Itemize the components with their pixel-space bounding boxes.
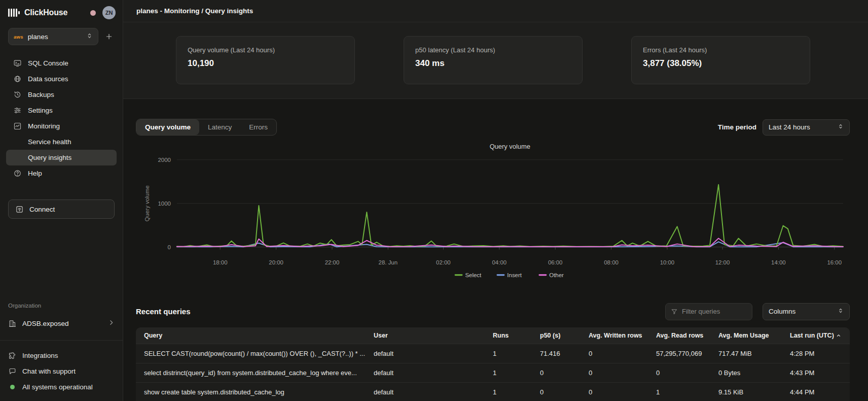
sidebar-item-query-insights[interactable]: Query insights [6, 150, 117, 165]
tab-latency[interactable]: Latency [199, 119, 240, 135]
x-tick-label: 20:00 [269, 259, 283, 265]
legend-label: Other [549, 272, 564, 278]
query-volume-chart: Query volumeQuery volume01000200018:0020… [123, 137, 868, 283]
sidebar-item-backups[interactable]: Backups [6, 87, 117, 103]
cell-p50: 71.416 [540, 350, 589, 357]
table-row[interactable]: show create table system.distributed_cac… [136, 382, 850, 401]
notification-dot [90, 10, 96, 16]
card-value: 3,877 (38.05%) [643, 58, 799, 69]
x-tick-label: 06:00 [548, 259, 563, 265]
chart-ylabel: Query volume [144, 185, 150, 221]
chevron-right-icon [108, 319, 115, 327]
sidebar-item-data-sources[interactable]: Data sources [6, 71, 117, 87]
table-row[interactable]: SELECT CAST(round(pow(count() / max(coun… [136, 344, 850, 363]
column-header-avg-written[interactable]: Avg. Written rows [589, 332, 656, 339]
time-period-label: Time period [718, 123, 756, 131]
cell-user: default [374, 369, 493, 377]
sidebar-item-label: Settings [28, 107, 53, 114]
y-tick-label: 2000 [158, 156, 170, 162]
tab-errors[interactable]: Errors [240, 119, 276, 135]
sidebar: ClickHouse ZN aws planes SQL Console [0, 0, 123, 401]
legend-item-other[interactable]: Other [538, 272, 564, 278]
chart-tabs: Query volume Latency Errors [136, 119, 277, 136]
column-header-p50[interactable]: p50 (s) [540, 332, 589, 339]
clickhouse-logo-icon [8, 8, 20, 17]
page-title: planes - Monitoring / Query insights [136, 7, 253, 15]
x-tick-label: 02:00 [436, 259, 451, 265]
sidebar-item-label: Chat with support [22, 367, 76, 375]
sidebar-item-label: Data sources [28, 75, 68, 83]
app-root: ClickHouse ZN aws planes SQL Console [0, 0, 868, 401]
card-label: Errors (Last 24 hours) [643, 46, 799, 54]
topbar: planes - Monitoring / Query insights [123, 0, 868, 22]
service-selector[interactable]: aws planes [8, 28, 98, 45]
column-header-avg-read[interactable]: Avg. Read rows [656, 332, 718, 339]
column-header-user[interactable]: User [374, 332, 493, 339]
status-ok-icon [8, 383, 17, 391]
card-value: 10,190 [188, 58, 343, 69]
service-name: planes [28, 33, 82, 41]
recent-queries-controls: Columns [665, 303, 850, 320]
monitoring-chart-icon [13, 122, 22, 130]
series-line-select [177, 184, 843, 246]
connect-button[interactable]: Connect [8, 199, 115, 219]
sidebar-item-service-health[interactable]: Service health [6, 134, 117, 150]
cell-p50: 0 [540, 388, 589, 396]
cell-query: select distrinct(query_id) from system.d… [136, 369, 374, 377]
system-status-item[interactable]: All systems operational [8, 379, 115, 395]
card-query-volume: Query volume (Last 24 hours) 10,190 [176, 36, 355, 84]
sidebar-item-label: Monitoring [28, 122, 60, 130]
cell-runs: 1 [493, 388, 540, 396]
organization-name: ADSB.exposed [22, 320, 69, 327]
chevron-updown-icon [838, 308, 844, 315]
cell-last-run: 4:43 PM [790, 369, 850, 377]
legend-item-select[interactable]: Select [455, 272, 482, 278]
cell-last-run: 4:44 PM [790, 388, 850, 396]
column-header-last-run[interactable]: Last run (UTC) [790, 332, 850, 339]
chevron-updown-icon [86, 32, 93, 41]
avatar[interactable]: ZN [102, 6, 116, 19]
sidebar-item-sql-console[interactable]: SQL Console [6, 55, 117, 71]
metric-cards-strip: Query volume (Last 24 hours) 10,190 p50 … [123, 22, 868, 99]
legend-label: Insert [507, 272, 522, 278]
sidebar-item-help[interactable]: Help [6, 165, 117, 181]
time-period-wrap: Time period Last 24 hours [718, 119, 850, 136]
sidebar-item-label: Integrations [22, 352, 58, 359]
sidebar-item-label: Service health [28, 138, 71, 146]
filter-queries-box [665, 303, 752, 320]
legend-label: Select [465, 272, 482, 278]
aws-icon: aws [14, 34, 23, 40]
column-header-query[interactable]: Query [136, 332, 374, 339]
x-tick-label: 04:00 [492, 259, 507, 265]
x-tick-label: 28. Jun [379, 259, 397, 265]
cell-query: SELECT CAST(round(pow(count() / max(coun… [136, 350, 374, 357]
sidebar-item-chat-support[interactable]: Chat with support [8, 363, 115, 379]
help-icon [13, 169, 22, 178]
table-row[interactable]: select distrinct(query_id) from system.d… [136, 363, 850, 382]
time-period-select[interactable]: Last 24 hours [763, 119, 850, 136]
column-header-runs[interactable]: Runs [493, 332, 540, 339]
brand-name: ClickHouse [24, 8, 67, 17]
time-period-value: Last 24 hours [769, 123, 810, 131]
columns-select-value: Columns [769, 308, 795, 315]
sidebar-item-label: SQL Console [28, 59, 68, 67]
organization-item[interactable]: ADSB.exposed [8, 315, 115, 332]
sidebar-item-settings[interactable]: Settings [6, 103, 117, 118]
cell-query: show create table system.distributed_cac… [136, 388, 374, 396]
sidebar-item-monitoring[interactable]: Monitoring [6, 118, 117, 134]
cell-avg-read: 0 [656, 369, 718, 377]
legend-dash [455, 274, 463, 276]
tab-query-volume[interactable]: Query volume [136, 119, 199, 135]
sidebar-item-integrations[interactable]: Integrations [8, 348, 115, 363]
sidebar-item-label: Help [28, 170, 42, 177]
funnel-icon [671, 308, 678, 315]
filter-queries-input[interactable] [682, 308, 747, 315]
y-tick-label: 1000 [158, 200, 170, 206]
card-errors: Errors (Last 24 hours) 3,877 (38.05%) [631, 36, 810, 84]
terminal-icon [13, 59, 22, 68]
add-service-button[interactable] [102, 28, 116, 45]
legend-item-insert[interactable]: Insert [496, 272, 522, 278]
recent-queries-title: Recent queries [136, 307, 191, 316]
column-header-avg-mem[interactable]: Avg. Mem Usage [718, 332, 790, 339]
columns-select[interactable]: Columns [763, 303, 850, 320]
